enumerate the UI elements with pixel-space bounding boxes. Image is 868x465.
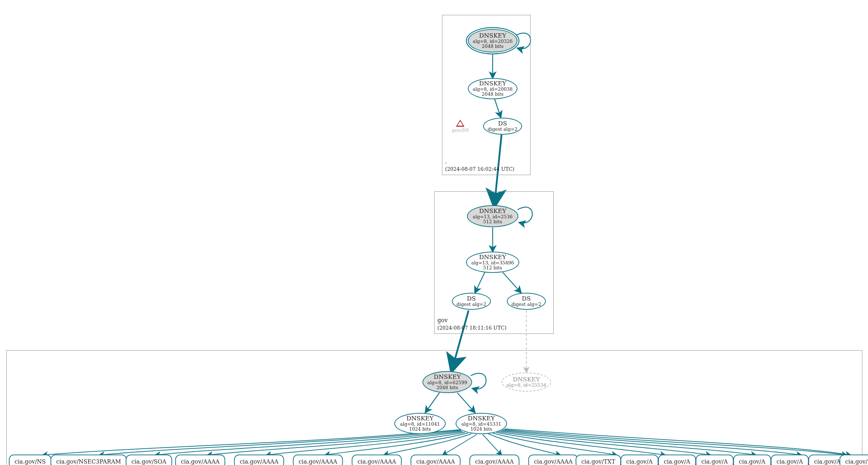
zone-gov-label: gov <box>437 317 448 324</box>
warning-label: gov/DS <box>452 128 468 133</box>
node-gov-zsk: DNSKEY alg=13, id=35496 512 bits <box>466 252 519 273</box>
rr-aaaa3: cia.gov/AAAA <box>293 455 343 465</box>
rr-ns: cia.gov/NS <box>9 455 51 465</box>
rr-soa: cia.gov/SOA <box>126 455 172 465</box>
node-gov-ds2-sub1: digest alg=2 <box>511 302 541 307</box>
node-cia-ksk-sub2: 2048 bits <box>436 385 458 390</box>
rr-aaaa2: cia.gov/AAAA <box>234 455 284 465</box>
diagram-canvas: . (2024-08-07 16:02:44 UTC) gov (2024-08… <box>0 0 868 465</box>
node-root-ksk: DNSKEY alg=8, id=20326 2048 bits <box>468 29 517 52</box>
node-gov-ds2: DS digest alg=2 <box>507 293 546 310</box>
warning-icon <box>456 120 464 127</box>
node-root-zsk: DNSKEY alg=8, id=20038 2048 bits <box>468 78 517 99</box>
node-gov-ds2-title: DS <box>522 296 531 302</box>
node-root-zsk-title: DNSKEY <box>479 80 506 87</box>
node-gov-ds1-sub1: digest alg=2 <box>457 302 486 307</box>
node-root-ds: DS digest alg=2 <box>483 118 522 135</box>
node-gov-zsk-sub2: 512 bits <box>483 265 502 270</box>
node-gov-ksk-sub1: alg=13, id=2536 <box>473 214 513 219</box>
zone-cia: cia.gov (2024-08-07 18:21:41 UTC) <box>6 350 862 465</box>
node-root-ksk-sub1: alg=8, id=20326 <box>473 39 513 44</box>
node-root-ksk-title: DNSKEY <box>479 33 506 39</box>
node-cia-zsk1-sub2: 1024 bits <box>409 427 431 432</box>
rr-a3: cia.gov/A <box>696 455 734 465</box>
node-root-zsk-sub1: alg=8, id=20038 <box>473 87 513 92</box>
rr-mx: cia.gov/MX <box>840 455 868 465</box>
node-root-zsk-sub2: 2048 bits <box>482 92 504 97</box>
warning-gov-ds: gov/DS <box>452 120 468 133</box>
zone-root-label: . <box>445 158 447 165</box>
rr-aaaa7: cia.gov/AAAA <box>528 455 578 465</box>
node-root-ksk-sub2: 2048 bits <box>482 44 504 49</box>
zone-gov-timestamp: (2024-08-07 18:11:16 UTC) <box>437 325 506 331</box>
node-root-ds-sub1: digest alg=2 <box>488 127 517 132</box>
rr-aaaa4: cia.gov/AAAA <box>352 455 402 465</box>
rr-a5: cia.gov/A <box>771 455 809 465</box>
node-cia-ksk-title: DNSKEY <box>434 374 461 380</box>
node-cia-zsk1-title: DNSKEY <box>407 415 433 422</box>
rr-a2: cia.gov/A <box>658 455 696 465</box>
node-cia-zsk2-title: DNSKEY <box>468 415 495 422</box>
rr-aaaa5: cia.gov/AAAA <box>410 455 460 465</box>
node-gov-ksk-title: DNSKEY <box>479 208 506 214</box>
rr-a1: cia.gov/A <box>621 455 659 465</box>
node-cia-zsk1-sub1: alg=8, id=11041 <box>400 422 440 427</box>
node-cia-zsk2-sub2: 1024 bits <box>470 427 492 432</box>
node-gov-ds1: DS digest alg=2 <box>452 293 491 310</box>
rr-txt: cia.gov/TXT <box>576 455 621 465</box>
rr-nsec3: cia.gov/NSEC3PARAM <box>51 455 127 465</box>
node-gov-ds1-title: DS <box>467 296 476 302</box>
node-cia-zsk1: DNSKEY alg=8, id=11041 1024 bits <box>394 413 446 434</box>
rr-aaaa1: cia.gov/AAAA <box>175 455 225 465</box>
node-gov-ksk: DNSKEY alg=13, id=2536 512 bits <box>467 205 519 227</box>
zone-root-timestamp: (2024-08-07 16:02:44 UTC) <box>445 166 514 172</box>
node-gov-zsk-sub1: alg=13, id=35496 <box>471 260 514 265</box>
node-cia-missing: DNSKEY alg=8, id=25534 <box>502 372 551 392</box>
node-cia-zsk2-sub1: alg=8, id=45331 <box>461 422 501 427</box>
rr-aaaa6: cia.gov/AAAA <box>469 455 519 465</box>
node-cia-ksk-sub1: alg=8, id=62599 <box>427 380 467 385</box>
node-gov-zsk-title: DNSKEY <box>479 254 506 260</box>
rr-a4: cia.gov/A <box>733 455 771 465</box>
node-cia-missing-sub1: alg=8, id=25534 <box>506 383 546 388</box>
node-cia-ksk: DNSKEY alg=8, id=62599 2048 bits <box>422 371 472 393</box>
node-root-ds-title: DS <box>498 121 507 127</box>
node-gov-ksk-sub2: 512 bits <box>483 219 502 224</box>
node-cia-missing-title: DNSKEY <box>513 376 540 383</box>
node-cia-zsk2: DNSKEY alg=8, id=45331 1024 bits <box>456 413 507 434</box>
